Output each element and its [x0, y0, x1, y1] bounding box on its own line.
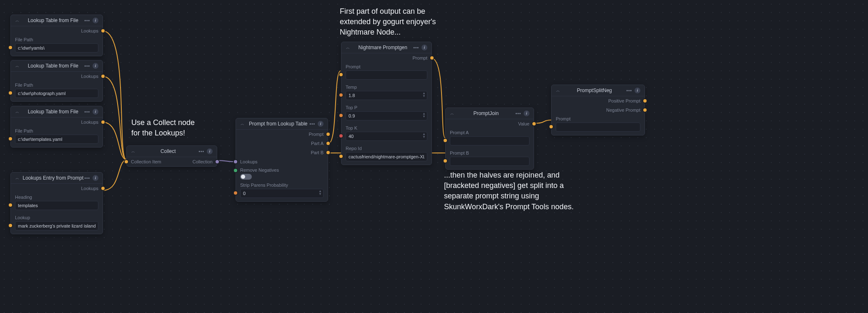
heading-input[interactable] — [15, 201, 98, 210]
more-icon[interactable]: ••• — [309, 122, 315, 126]
prompt-input[interactable] — [556, 123, 640, 132]
node-lookup-table-1[interactable]: ︿ Lookup Table from File ••• i Lookups F… — [10, 15, 103, 56]
port-out-prompt-label: Prompt — [309, 132, 324, 137]
port-out-value[interactable] — [532, 121, 537, 126]
info-icon[interactable]: i — [93, 175, 98, 181]
info-icon[interactable]: i — [635, 88, 640, 93]
more-icon[interactable]: ••• — [84, 64, 90, 68]
node-title: PromptJoin — [457, 110, 515, 116]
port-in-prompt-a[interactable] — [443, 138, 448, 143]
chevron-icon[interactable]: ︿ — [450, 111, 454, 115]
node-prompt-join[interactable]: ︿ PromptJoin ••• i Value Prompt A Prompt… — [445, 108, 534, 170]
spinner-icon[interactable]: ▲▼ — [422, 133, 426, 138]
port-out-prompt-label: Prompt — [413, 55, 427, 60]
lookup-input[interactable] — [15, 221, 98, 230]
node-prompt-from-lookup[interactable]: ︿ Prompt from Lookup Table ••• i Prompt … — [236, 118, 328, 202]
more-icon[interactable]: ••• — [84, 110, 90, 114]
topk-input[interactable] — [346, 132, 427, 141]
field-label-prompt-a: Prompt A — [450, 130, 529, 135]
node-title: Nightmare Promptgen — [352, 45, 413, 50]
chevron-icon[interactable]: ︿ — [15, 110, 19, 114]
node-title: Collect — [138, 148, 198, 154]
temp-input[interactable] — [346, 91, 427, 100]
info-icon[interactable]: i — [93, 18, 98, 23]
node-title: Lookups Entry from Prompt — [22, 175, 84, 181]
chevron-icon[interactable]: ︿ — [556, 88, 560, 93]
port-out-negative[interactable] — [642, 108, 647, 113]
port-in-temp[interactable] — [339, 93, 344, 98]
port-out-label: Lookups — [81, 120, 98, 125]
port-out-positive[interactable] — [642, 98, 647, 103]
port-in-filepath[interactable] — [8, 136, 13, 141]
prompt-a-input[interactable] — [450, 136, 529, 145]
port-in-lookups[interactable] — [233, 159, 238, 164]
port-out-prompt[interactable] — [326, 132, 331, 137]
info-icon[interactable]: i — [207, 148, 213, 154]
port-in-repo[interactable] — [339, 154, 344, 159]
chevron-icon[interactable]: ︿ — [15, 176, 19, 180]
port-in-prompt[interactable] — [549, 124, 554, 129]
filepath-input[interactable] — [15, 43, 98, 53]
port-in-collection-item[interactable] — [124, 159, 129, 164]
port-in-lookup[interactable] — [8, 223, 13, 228]
port-in-topp[interactable] — [339, 113, 344, 118]
port-out-value-label: Value — [518, 121, 529, 126]
info-icon[interactable]: i — [93, 109, 98, 115]
info-icon[interactable]: i — [318, 121, 324, 127]
field-label-filepath: File Path — [15, 37, 98, 42]
port-in-heading[interactable] — [8, 203, 13, 208]
port-out-label: Lookups — [81, 74, 98, 79]
node-title: PromptSplitNeg — [562, 88, 626, 93]
remove-negatives-toggle[interactable] — [240, 174, 252, 180]
port-out-lookups[interactable] — [100, 120, 105, 125]
node-prompt-split-neg[interactable]: ︿ PromptSplitNeg ••• i Positive Prompt N… — [551, 85, 645, 135]
more-icon[interactable]: ••• — [515, 111, 521, 116]
more-icon[interactable]: ••• — [84, 176, 90, 180]
filepath-input[interactable] — [15, 135, 98, 144]
port-out-label: Lookups — [81, 28, 98, 33]
port-out-parta[interactable] — [326, 141, 331, 146]
port-in-removeneg[interactable] — [233, 168, 238, 173]
port-in-topk[interactable] — [339, 133, 344, 138]
port-out-lookups[interactable] — [100, 74, 105, 79]
port-out-partb[interactable] — [326, 150, 331, 155]
info-icon[interactable]: i — [421, 45, 427, 50]
port-out-prompt[interactable] — [429, 55, 434, 60]
field-label-filepath: File Path — [15, 83, 98, 88]
more-icon[interactable]: ••• — [198, 149, 204, 154]
node-title: Prompt from Lookup Table — [247, 121, 309, 127]
port-out-collection[interactable] — [215, 159, 220, 164]
more-icon[interactable]: ••• — [626, 88, 632, 93]
info-icon[interactable]: i — [524, 110, 529, 116]
chevron-icon[interactable]: ︿ — [240, 122, 244, 126]
spinner-icon[interactable]: ▲▼ — [422, 112, 426, 118]
repo-input[interactable] — [346, 152, 427, 161]
chevron-icon[interactable]: ︿ — [346, 45, 350, 50]
port-in-parens[interactable] — [233, 190, 238, 195]
filepath-input[interactable] — [15, 89, 98, 98]
prompt-input[interactable] — [346, 70, 427, 80]
chevron-icon[interactable]: ︿ — [15, 18, 19, 23]
node-lookup-table-2[interactable]: ︿ Lookup Table from File ••• i Lookups F… — [10, 60, 103, 102]
prompt-b-input[interactable] — [450, 157, 529, 166]
port-in-filepath[interactable] — [8, 45, 13, 50]
port-out-lookups[interactable] — [100, 186, 105, 191]
field-label-prompt: Prompt — [556, 116, 640, 121]
more-icon[interactable]: ••• — [84, 18, 90, 23]
port-in-prompt-b[interactable] — [443, 158, 448, 163]
node-lookup-table-3[interactable]: ︿ Lookup Table from File ••• i Lookups F… — [10, 106, 103, 148]
node-collect[interactable]: ︿ Collect ••• i Collection Item Collecti… — [126, 145, 217, 167]
spinner-icon[interactable]: ▲▼ — [422, 92, 426, 98]
spinner-icon[interactable]: ▲▼ — [319, 190, 322, 195]
port-out-lookups[interactable] — [100, 28, 105, 33]
port-in-filepath[interactable] — [8, 90, 13, 95]
chevron-icon[interactable]: ︿ — [131, 149, 135, 153]
info-icon[interactable]: i — [93, 63, 98, 69]
more-icon[interactable]: ••• — [413, 45, 419, 50]
node-nightmare-promptgen[interactable]: ︿ Nightmare Promptgen ••• i Prompt Promp… — [341, 42, 432, 165]
topp-input[interactable] — [346, 111, 427, 120]
port-in-prompt[interactable] — [339, 72, 344, 77]
parens-input[interactable] — [240, 189, 324, 198]
node-lookups-entry[interactable]: ︿ Lookups Entry from Prompt ••• i Lookup… — [10, 172, 103, 234]
chevron-icon[interactable]: ︿ — [15, 64, 19, 68]
